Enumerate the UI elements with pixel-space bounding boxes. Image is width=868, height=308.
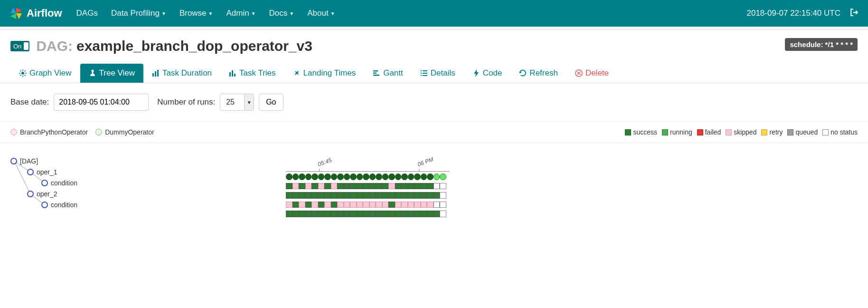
nav-item-dags[interactable]: DAGs	[76, 9, 98, 18]
task-instance-cell[interactable]	[434, 192, 440, 199]
tree-node[interactable]: condition	[41, 179, 77, 187]
nav-item-admin[interactable]: Admin▼	[226, 9, 255, 18]
task-instance-cell[interactable]	[305, 211, 312, 217]
task-instance-cell[interactable]	[350, 183, 357, 190]
dag-run-cell[interactable]	[311, 173, 318, 180]
dag-run-cell[interactable]	[363, 173, 369, 180]
task-instance-cell[interactable]	[331, 211, 338, 217]
dag-run-cell[interactable]	[376, 173, 382, 180]
dag-run-cell[interactable]	[350, 173, 357, 180]
task-instance-cell[interactable]	[324, 202, 331, 208]
task-instance-cell[interactable]	[311, 192, 318, 199]
dag-run-cell[interactable]	[324, 173, 331, 180]
task-instance-cell[interactable]	[369, 183, 376, 190]
task-instance-cell[interactable]	[292, 183, 299, 190]
task-instance-cell[interactable]	[331, 192, 338, 199]
task-instance-cell[interactable]	[363, 211, 369, 217]
task-instance-cell[interactable]	[388, 183, 395, 190]
tab-tree[interactable]: Tree View	[80, 64, 144, 83]
dag-run-cell[interactable]	[369, 173, 376, 180]
task-instance-cell[interactable]	[388, 202, 395, 208]
task-instance-cell[interactable]	[337, 202, 344, 208]
task-instance-cell[interactable]	[395, 192, 402, 199]
dag-run-cell[interactable]	[408, 173, 415, 180]
dag-run-cell[interactable]	[434, 173, 440, 180]
task-instance-cell[interactable]	[434, 211, 440, 217]
tab-refresh[interactable]: Refresh	[510, 64, 566, 83]
task-instance-cell[interactable]	[401, 192, 408, 199]
dag-run-cell[interactable]	[318, 173, 325, 180]
task-instance-cell[interactable]	[401, 211, 408, 217]
task-instance-cell[interactable]	[350, 192, 357, 199]
task-instance-cell[interactable]	[427, 183, 434, 190]
tab-graph[interactable]: Graph View	[10, 64, 80, 83]
tree-node[interactable]: oper_2	[27, 190, 57, 198]
dag-run-cell[interactable]	[401, 173, 408, 180]
task-instance-cell[interactable]	[440, 202, 446, 208]
brand[interactable]: Airflow	[9, 7, 62, 20]
task-instance-cell[interactable]	[427, 202, 434, 208]
task-instance-cell[interactable]	[357, 183, 363, 190]
task-instance-cell[interactable]	[286, 183, 292, 190]
dag-run-cell[interactable]	[331, 173, 338, 180]
tree-node[interactable]: [DAG]	[10, 157, 38, 165]
task-instance-cell[interactable]	[305, 202, 312, 208]
task-instance-cell[interactable]	[427, 192, 434, 199]
task-instance-cell[interactable]	[318, 183, 325, 190]
task-instance-cell[interactable]	[311, 211, 318, 217]
tab-tries[interactable]: Task Tries	[220, 64, 284, 83]
task-instance-cell[interactable]	[357, 192, 363, 199]
dag-run-cell[interactable]	[440, 173, 446, 180]
dag-run-cell[interactable]	[421, 173, 427, 180]
task-instance-cell[interactable]	[382, 183, 389, 190]
task-instance-cell[interactable]	[408, 211, 415, 217]
task-instance-cell[interactable]	[344, 202, 350, 208]
task-instance-cell[interactable]	[305, 183, 312, 190]
dag-run-cell[interactable]	[414, 173, 421, 180]
task-instance-cell[interactable]	[331, 183, 338, 190]
task-instance-cell[interactable]	[363, 192, 369, 199]
dag-run-cell[interactable]	[292, 173, 299, 180]
task-instance-cell[interactable]	[357, 211, 363, 217]
task-instance-cell[interactable]	[299, 202, 305, 208]
tab-duration[interactable]: Task Duration	[143, 64, 220, 83]
go-button[interactable]: Go	[259, 94, 283, 111]
tab-code[interactable]: Code	[464, 64, 511, 83]
task-instance-cell[interactable]	[292, 211, 299, 217]
task-instance-cell[interactable]	[324, 211, 331, 217]
task-instance-cell[interactable]	[331, 202, 338, 208]
dag-on-toggle[interactable]: On	[10, 41, 29, 51]
tree-node[interactable]: condition	[41, 201, 77, 209]
task-instance-cell[interactable]	[421, 183, 427, 190]
task-instance-cell[interactable]	[434, 202, 440, 208]
dag-run-cell[interactable]	[395, 173, 402, 180]
logout-icon[interactable]	[850, 8, 859, 19]
base-date-input[interactable]	[54, 94, 149, 111]
task-instance-cell[interactable]	[286, 192, 292, 199]
task-instance-cell[interactable]	[408, 202, 415, 208]
task-instance-cell[interactable]	[382, 211, 389, 217]
task-instance-cell[interactable]	[324, 192, 331, 199]
tab-gantt[interactable]: Gantt	[364, 64, 412, 83]
task-instance-cell[interactable]	[363, 202, 369, 208]
task-instance-cell[interactable]	[318, 202, 325, 208]
task-instance-cell[interactable]	[382, 202, 389, 208]
task-instance-cell[interactable]	[299, 192, 305, 199]
task-instance-cell[interactable]	[369, 211, 376, 217]
task-instance-cell[interactable]	[344, 183, 350, 190]
task-instance-cell[interactable]	[318, 192, 325, 199]
task-instance-cell[interactable]	[395, 183, 402, 190]
task-instance-cell[interactable]	[305, 192, 312, 199]
task-instance-cell[interactable]	[299, 211, 305, 217]
task-instance-cell[interactable]	[357, 202, 363, 208]
task-instance-cell[interactable]	[376, 183, 382, 190]
task-instance-cell[interactable]	[388, 192, 395, 199]
task-instance-cell[interactable]	[350, 211, 357, 217]
task-instance-cell[interactable]	[318, 211, 325, 217]
task-instance-cell[interactable]	[414, 183, 421, 190]
dag-run-cell[interactable]	[427, 173, 434, 180]
task-instance-cell[interactable]	[434, 183, 440, 190]
tab-details[interactable]: Details	[412, 64, 464, 83]
task-instance-cell[interactable]	[292, 192, 299, 199]
task-instance-cell[interactable]	[408, 183, 415, 190]
